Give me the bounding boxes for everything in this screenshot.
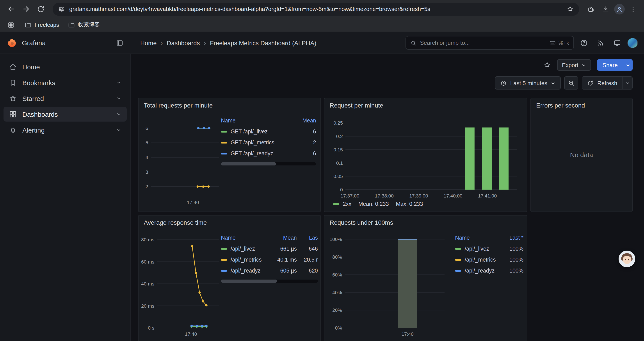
legend-header-mean[interactable]: Mean [270,235,297,243]
refresh-interval-button[interactable] [622,76,632,90]
series-swatch [455,270,461,271]
sidebar-item-bookmarks[interactable]: Bookmarks [4,75,127,90]
series-name[interactable]: GET /api/_livez [230,128,268,135]
svg-text:40 ms: 40 ms [141,281,154,286]
sidebar-item-home[interactable]: Home [4,59,127,74]
brand-name: Grafana [22,39,111,47]
breadcrumb-dashboards[interactable]: Dashboards [167,39,200,46]
panel-title[interactable]: Errors per second [531,98,632,112]
url-bar[interactable]: grafana.mathmast.com/d/deytv4rwavabkb/fr… [52,3,579,16]
help-icon[interactable] [577,36,590,49]
bookmark-label: 收藏博客 [78,21,100,29]
series-name[interactable]: GET /api/_metrics [230,139,274,146]
bookmark-star-icon[interactable] [566,5,574,13]
grafana-header: Grafana Home › Dashboards › Freeleaps Me… [0,32,644,54]
favorite-star-icon[interactable] [543,61,551,69]
refresh-button[interactable]: Refresh [582,76,622,90]
svg-text:17:40: 17:40 [185,331,197,337]
bookmark-blogs[interactable]: 收藏博客 [68,21,100,29]
refresh-split-button: Refresh [582,76,632,90]
total-requests-chart[interactable]: 6543217:40 [140,113,222,208]
svg-text:0 s: 0 s [148,325,154,331]
requests-under-100ms-chart[interactable]: 100%80%60%40%20%0%17:40 [326,229,449,339]
dashboard-canvas: Export Share Last 5 minutes [131,54,644,341]
series-name[interactable]: /api/_readyz [465,267,494,274]
chevron-down-icon[interactable] [116,127,122,133]
home-icon [9,63,17,71]
svg-text:3: 3 [146,169,148,175]
bookmark-freeleaps[interactable]: Freeleaps [24,21,59,28]
share-split-button: Share [597,59,632,71]
series-name[interactable]: 2xx [343,201,351,207]
time-controls: Last 5 minutes Refresh [495,76,632,90]
legend-header-name[interactable]: Name [221,118,236,124]
scrollbar-thumb[interactable] [221,162,276,165]
time-range-picker[interactable]: Last 5 minutes [495,76,561,90]
sidebar-item-label: Starred [22,95,44,102]
series-name-cell[interactable]: /api/_metrics [221,254,270,265]
forward-icon[interactable] [19,3,32,16]
search-input[interactable] [420,40,546,46]
share-button[interactable]: Share [597,59,623,71]
downloads-icon[interactable] [599,3,612,16]
series-name-cell[interactable]: /api/_livez [221,243,270,254]
sidebar-item-starred[interactable]: Starred [4,91,127,106]
browser-menu-icon[interactable] [626,3,640,16]
share-menu-button[interactable] [623,59,632,71]
svg-text:100%: 100% [330,237,342,242]
sidebar-item-dashboards[interactable]: Dashboards [4,107,127,122]
tv-mode-icon[interactable] [611,36,624,49]
breadcrumb-home[interactable]: Home [140,39,157,46]
search-icon [410,40,416,46]
grafana-logo-icon[interactable] [7,38,18,48]
series-name-cell[interactable]: /api/_readyz [221,265,270,276]
dock-sidebar-icon[interactable] [116,39,124,47]
series-name[interactable]: /api/_metrics [465,256,496,263]
back-icon[interactable] [4,3,18,16]
panel-title[interactable]: Total requests per minute [138,98,320,112]
chevron-down-icon[interactable] [116,96,122,101]
scrollbar-thumb[interactable] [221,279,277,283]
legend-header-mean[interactable]: Mean [302,118,316,124]
chevron-down-icon[interactable] [116,112,122,117]
panel-title[interactable]: Average response time [138,215,320,229]
request-per-minute-chart[interactable]: 0.250.20.150.10.05017:37:0017:38:0017:39… [326,113,522,201]
legend-header-last[interactable]: Las [297,235,318,243]
search-shortcut: ⌘+k [549,40,569,46]
series-name[interactable]: /api/_livez [465,245,489,252]
series-mean: Mean: 0.233 [358,201,389,207]
url-text[interactable]: grafana.mathmast.com/d/deytv4rwavabkb/fr… [69,6,562,12]
zoom-out-icon [568,80,575,87]
svg-text:17:39:00: 17:39:00 [409,193,428,199]
assistant-avatar-button[interactable] [618,251,635,267]
chevron-down-icon[interactable] [116,80,122,85]
legend-table: Name Mean GET /api/_livez 6 GET /api/_me… [221,118,316,165]
no-data-message: No data [531,151,632,158]
extensions-icon[interactable] [584,3,598,16]
series-last: 100% [510,267,524,274]
chevron-down-icon [625,81,630,85]
browser-profile-avatar[interactable] [614,4,625,14]
legend-header-name[interactable]: Name [455,235,470,241]
average-response-time-chart[interactable]: 80 ms60 ms40 ms20 ms0 s17:40 [140,229,222,339]
site-settings-icon[interactable] [58,6,65,13]
apps-grid-icon[interactable] [6,20,16,30]
chevron-down-icon [626,63,630,67]
search-box[interactable]: ⌘+k [406,36,574,50]
news-rss-icon[interactable] [594,36,607,49]
legend-header-name[interactable]: Name [221,235,270,243]
legend-table: Name Last * /api/_livez 100% /api/_metri… [455,235,524,276]
folder-icon [24,21,32,28]
series-mean: 2 [313,139,316,146]
zoom-out-button[interactable] [564,76,578,90]
reload-icon[interactable] [34,3,47,16]
user-avatar[interactable] [627,38,638,48]
export-button[interactable]: Export [557,59,591,71]
sidebar-item-alerting[interactable]: Alerting [4,122,127,137]
panel-title[interactable]: Request per minute [324,98,527,112]
legend-header-last[interactable]: Last * [510,235,524,241]
star-icon [9,94,17,103]
series-mean: 6 [313,150,316,156]
panel-title[interactable]: Requests under 100ms [324,215,527,229]
series-name[interactable]: GET /api/_readyz [230,150,273,156]
